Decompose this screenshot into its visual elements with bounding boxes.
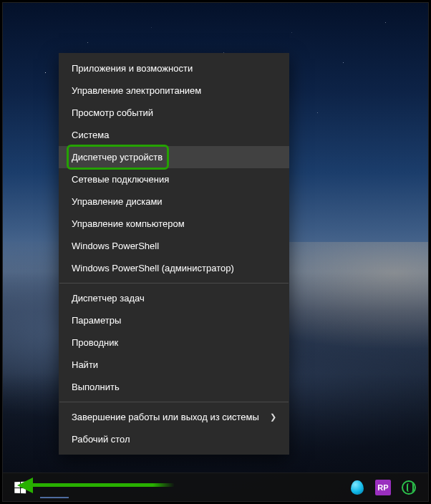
winx-menu-item[interactable]: Windows PowerShell (59, 235, 289, 257)
winx-menu-item[interactable]: Рабочий стол (59, 428, 289, 450)
opera-icon (402, 480, 416, 495)
menu-item-label: Приложения и возможности (72, 63, 193, 74)
winx-menu-item[interactable]: Система (59, 124, 289, 146)
winx-menu-item[interactable]: Управление дисками (59, 190, 289, 213)
winx-menu-item[interactable]: Найти (59, 354, 289, 376)
chevron-right-icon: ❯ (270, 412, 276, 422)
menu-separator (59, 283, 289, 284)
taskbar: RP (3, 472, 428, 501)
winx-menu-item[interactable]: Windows PowerShell (администратор) (59, 257, 289, 279)
tray-icon-rp[interactable]: RP (375, 480, 391, 495)
tray-icon-opera[interactable] (401, 480, 417, 495)
menu-item-label: Управление электропитанием (72, 85, 201, 96)
menu-item-label: Диспетчер задач (72, 293, 145, 304)
winx-menu-item[interactable]: Приложения и возможности (59, 57, 289, 79)
menu-item-label: Windows PowerShell (администратор) (72, 263, 234, 273)
menu-item-label: Управление дисками (72, 196, 163, 207)
winx-menu-item[interactable]: Завершение работы или выход из системы❯ (59, 406, 289, 428)
menu-item-label: Диспетчер устройств (72, 152, 163, 163)
rp-icon-label: RP (377, 483, 388, 492)
winx-context-menu: Приложения и возможностиУправление элект… (59, 53, 289, 455)
windows-logo-icon (14, 481, 26, 493)
menu-separator (59, 402, 289, 402)
menu-item-label: Windows PowerShell (72, 241, 159, 251)
menu-item-label: Проводник (72, 337, 118, 348)
menu-item-label: Система (72, 130, 109, 140)
menu-item-label: Рабочий стол (72, 434, 130, 445)
taskbar-tray: RP (349, 480, 428, 495)
menu-item-label: Просмотр событий (72, 107, 153, 118)
start-button[interactable] (3, 473, 37, 502)
menu-item-label: Завершение работы или выход из системы (72, 412, 259, 422)
winx-menu-item[interactable]: Просмотр событий (59, 102, 289, 124)
egg-icon (351, 480, 364, 495)
winx-menu-item[interactable]: Диспетчер устройств (59, 146, 289, 168)
winx-menu-item[interactable]: Управление электропитанием (59, 79, 289, 102)
menu-item-label: Найти (72, 359, 98, 370)
winx-menu-item[interactable]: Управление компьютером (59, 213, 289, 235)
winx-menu-item[interactable]: Выполнить (59, 376, 289, 398)
menu-item-label: Параметры (72, 315, 121, 326)
winx-menu-item[interactable]: Параметры (59, 309, 289, 331)
winx-menu-item[interactable]: Сетевые подключения (59, 168, 289, 190)
menu-item-label: Сетевые подключения (72, 174, 169, 185)
tray-icon-egg[interactable] (349, 480, 365, 495)
menu-item-label: Выполнить (72, 382, 120, 392)
winx-menu-item[interactable]: Диспетчер задач (59, 287, 289, 309)
taskbar-pinned-app[interactable] (40, 477, 69, 498)
winx-menu-item[interactable]: Проводник (59, 331, 289, 354)
menu-item-label: Управление компьютером (72, 218, 185, 229)
